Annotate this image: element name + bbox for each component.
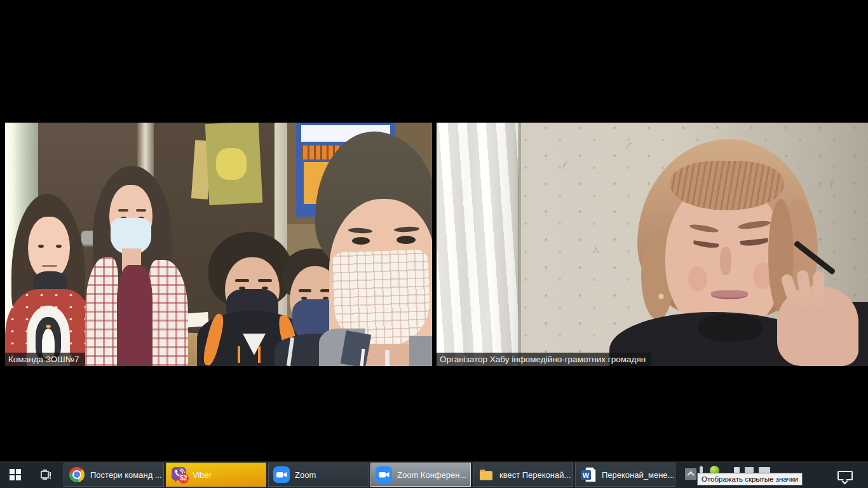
- zoom-icon: [273, 466, 290, 483]
- tray-icon-fragment[interactable]: [745, 467, 754, 473]
- chevron-up-icon: [687, 471, 694, 478]
- tray-tooltip: Отображать скрытые значки: [697, 473, 803, 485]
- taskbar-button-folder[interactable]: квест Переконай...: [473, 463, 573, 487]
- taskbar-button-word[interactable]: W Переконай_мене...: [575, 463, 675, 487]
- viber-icon: 52: [171, 466, 187, 483]
- task-view-button[interactable]: [31, 461, 61, 488]
- taskbar-button-label: Переконай_мене...: [602, 470, 674, 480]
- word-icon: W: [580, 466, 597, 483]
- participant-name-team: Команда ЗОШ№7: [5, 353, 85, 366]
- webcam-haze: [437, 123, 868, 366]
- taskbar-button-label: квест Переконай...: [499, 470, 571, 480]
- tray-icon-fragment[interactable]: [700, 466, 703, 473]
- folder-icon: [478, 466, 494, 483]
- viber-unread-badge: 52: [179, 473, 189, 484]
- chrome-icon: [69, 466, 85, 483]
- language-tray-fragment[interactable]: [759, 467, 770, 473]
- taskbar-button-zoom-meeting[interactable]: Zoom Конферен...: [370, 463, 471, 487]
- organizer-video-scene: [437, 123, 868, 366]
- start-button[interactable]: [0, 461, 31, 488]
- windows-logo-icon: [10, 469, 21, 480]
- taskbar-button-label: Zoom Конферен...: [397, 470, 466, 480]
- webcam-haze: [5, 123, 432, 366]
- show-hidden-icons-button[interactable]: [685, 468, 696, 480]
- video-tile-organizer: Організатор Хабу інфомедійно-грамотних г…: [437, 123, 868, 366]
- taskbar-button-label: Viber: [193, 470, 212, 480]
- video-tile-team: Команда ЗОШ№7: [5, 123, 432, 366]
- team-video-scene: [5, 123, 432, 366]
- taskbar-button-viber[interactable]: 52 Viber: [166, 463, 266, 487]
- svg-text:W: W: [583, 471, 590, 479]
- taskbar-button-chrome[interactable]: Постери команд ...: [64, 463, 164, 487]
- tray-icon-fragment[interactable]: [734, 467, 740, 473]
- taskbar-button-zoom[interactable]: Zoom: [268, 463, 369, 487]
- action-center-button[interactable]: [837, 471, 853, 480]
- participant-name-organizer: Організатор Хабу інфомедійно-грамотних г…: [437, 353, 651, 366]
- desktop-screen: Команда ЗОШ№7: [0, 0, 868, 488]
- taskbar-button-label: Постери команд ...: [90, 470, 162, 480]
- zoom-icon: [376, 466, 392, 483]
- taskbar-button-label: Zoom: [295, 470, 316, 480]
- task-view-icon: [39, 468, 52, 481]
